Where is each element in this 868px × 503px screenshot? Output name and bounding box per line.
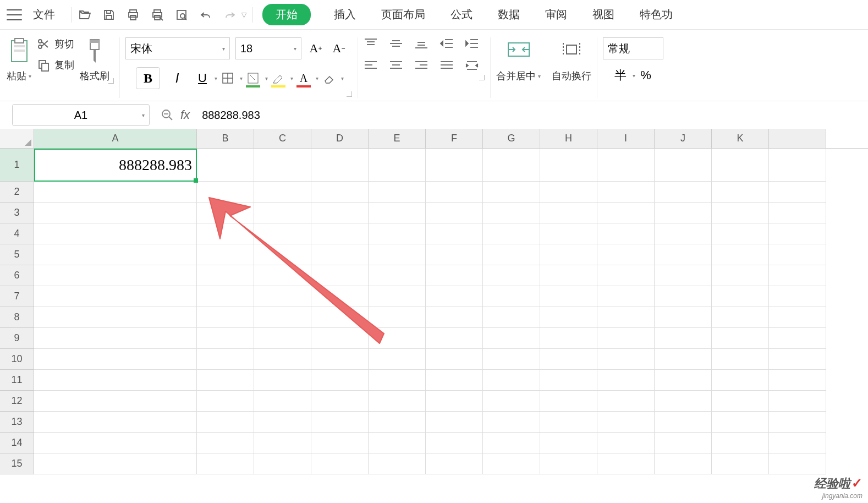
cell[interactable] bbox=[197, 349, 254, 370]
cell[interactable]: 888288.983 bbox=[34, 149, 197, 182]
tab-special[interactable]: 特色功 bbox=[638, 1, 675, 29]
cell[interactable] bbox=[426, 370, 483, 391]
column-header-I[interactable]: I bbox=[597, 129, 655, 148]
cell[interactable] bbox=[197, 286, 254, 307]
cell[interactable] bbox=[769, 349, 826, 370]
column-header-E[interactable]: E bbox=[369, 129, 426, 148]
cell[interactable] bbox=[483, 244, 540, 265]
column-header-C[interactable]: C bbox=[254, 129, 311, 148]
cell[interactable] bbox=[369, 433, 426, 453]
cell[interactable] bbox=[311, 182, 369, 203]
align-middle-button[interactable] bbox=[389, 37, 404, 51]
align-left-button[interactable] bbox=[364, 59, 379, 73]
row-header-3[interactable]: 3 bbox=[0, 203, 34, 223]
cell[interactable] bbox=[597, 412, 655, 433]
cell[interactable] bbox=[655, 223, 712, 244]
row-header-10[interactable]: 10 bbox=[0, 349, 34, 370]
cell[interactable] bbox=[311, 433, 369, 453]
row-header-8[interactable]: 8 bbox=[0, 307, 34, 328]
cell[interactable] bbox=[34, 328, 197, 349]
highlight-button[interactable]: ▾ bbox=[270, 70, 287, 86]
cell[interactable] bbox=[34, 286, 197, 307]
cell[interactable] bbox=[655, 149, 712, 182]
print-preview-icon[interactable] bbox=[150, 8, 164, 22]
cell[interactable] bbox=[483, 286, 540, 307]
cell[interactable] bbox=[483, 328, 540, 349]
cell[interactable] bbox=[34, 349, 197, 370]
tab-data[interactable]: 数据 bbox=[496, 1, 522, 29]
cell[interactable] bbox=[254, 328, 311, 349]
cell[interactable] bbox=[311, 370, 369, 391]
cell[interactable] bbox=[254, 223, 311, 244]
cell[interactable] bbox=[311, 149, 369, 182]
cell[interactable] bbox=[769, 433, 826, 453]
number-format-select[interactable]: 常规 bbox=[603, 37, 663, 59]
tab-page-layout[interactable]: 页面布局 bbox=[379, 1, 427, 29]
cell[interactable] bbox=[540, 349, 597, 370]
cell[interactable] bbox=[254, 453, 311, 474]
cell[interactable] bbox=[483, 412, 540, 433]
decrease-indent-button[interactable] bbox=[440, 37, 455, 51]
cell[interactable] bbox=[311, 349, 369, 370]
cell[interactable] bbox=[769, 370, 826, 391]
cell[interactable] bbox=[197, 307, 254, 328]
dialog-launcher-icon[interactable] bbox=[479, 75, 485, 80]
row-header-15[interactable]: 15 bbox=[0, 453, 34, 474]
undo-icon[interactable] bbox=[199, 8, 213, 22]
cell[interactable] bbox=[311, 265, 369, 286]
tab-insert[interactable]: 插入 bbox=[332, 1, 358, 29]
decrease-font-button[interactable]: A− bbox=[330, 40, 348, 57]
align-bottom-button[interactable] bbox=[414, 37, 430, 51]
fill-cell-button[interactable]: ▾ bbox=[245, 70, 261, 86]
cell[interactable] bbox=[597, 265, 655, 286]
cell[interactable] bbox=[712, 412, 769, 433]
cell[interactable] bbox=[197, 370, 254, 391]
cell[interactable] bbox=[369, 182, 426, 203]
cell[interactable] bbox=[597, 328, 655, 349]
cell[interactable] bbox=[311, 244, 369, 265]
cell[interactable] bbox=[597, 244, 655, 265]
cell[interactable] bbox=[540, 182, 597, 203]
cell[interactable] bbox=[34, 453, 197, 474]
cell[interactable] bbox=[34, 307, 197, 328]
cell[interactable] bbox=[769, 453, 826, 474]
cell[interactable] bbox=[311, 391, 369, 412]
cell[interactable] bbox=[483, 223, 540, 244]
format-painter-button[interactable]: 格式刷 bbox=[80, 37, 109, 83]
tab-view[interactable]: 视图 bbox=[590, 1, 617, 29]
cell[interactable] bbox=[540, 265, 597, 286]
cell[interactable] bbox=[483, 182, 540, 203]
cell[interactable] bbox=[426, 412, 483, 433]
clear-format-button[interactable]: ▾ bbox=[321, 70, 337, 86]
row-header-5[interactable]: 5 bbox=[0, 244, 34, 265]
cell[interactable] bbox=[34, 244, 197, 265]
cell[interactable] bbox=[597, 391, 655, 412]
column-header-K[interactable]: K bbox=[712, 129, 769, 148]
cell[interactable] bbox=[311, 412, 369, 433]
row-header-13[interactable]: 13 bbox=[0, 412, 34, 433]
row-header-7[interactable]: 7 bbox=[0, 286, 34, 307]
cell[interactable] bbox=[597, 182, 655, 203]
cell[interactable] bbox=[655, 286, 712, 307]
row-header-2[interactable]: 2 bbox=[0, 182, 34, 203]
cell[interactable] bbox=[483, 453, 540, 474]
merge-center-button[interactable]: 合并居中▾ bbox=[496, 37, 541, 83]
cell[interactable] bbox=[712, 391, 769, 412]
cell[interactable] bbox=[34, 433, 197, 453]
column-header-G[interactable]: G bbox=[483, 129, 540, 148]
cell[interactable] bbox=[426, 244, 483, 265]
fx-icon[interactable]: fx bbox=[180, 108, 190, 122]
cell[interactable] bbox=[197, 391, 254, 412]
print-icon[interactable] bbox=[126, 8, 140, 22]
font-size-select[interactable]: 18▾ bbox=[235, 37, 301, 59]
cell[interactable] bbox=[254, 286, 311, 307]
cell[interactable] bbox=[369, 391, 426, 412]
bold-button[interactable]: B bbox=[136, 67, 160, 89]
cell[interactable] bbox=[655, 244, 712, 265]
cell[interactable] bbox=[369, 412, 426, 433]
column-header-B[interactable]: B bbox=[197, 129, 254, 148]
file-menu[interactable]: 文件 bbox=[33, 7, 55, 22]
cell[interactable] bbox=[197, 149, 254, 182]
cell[interactable] bbox=[540, 433, 597, 453]
cell[interactable] bbox=[597, 453, 655, 474]
